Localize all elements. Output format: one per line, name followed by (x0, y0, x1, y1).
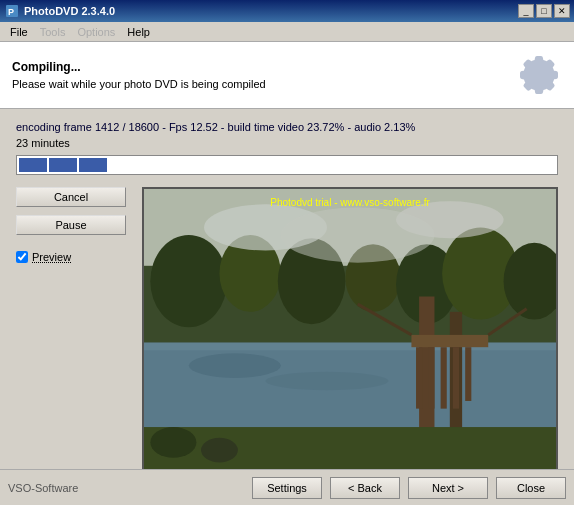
preview-checkbox[interactable] (16, 251, 28, 263)
maximize-button[interactable]: □ (536, 4, 552, 18)
pause-button[interactable]: Pause (16, 215, 126, 235)
progress-segment-1 (19, 158, 47, 172)
svg-rect-21 (453, 347, 459, 408)
header-text: Compiling... Please wait while your phot… (12, 60, 514, 90)
title-bar: P PhotoDVD 2.3.4.0 _ □ ✕ (0, 0, 574, 22)
progress-bar (16, 155, 558, 175)
next-button[interactable]: Next > (408, 477, 488, 499)
settings-button[interactable]: Settings (252, 477, 322, 499)
footer: VSO-Software Settings < Back Next > Clos… (0, 469, 574, 505)
menu-file[interactable]: File (4, 24, 34, 40)
svg-rect-17 (411, 335, 488, 347)
progress-segment-3 (79, 158, 107, 172)
svg-rect-19 (428, 347, 434, 408)
encoding-info: encoding frame 1412 / 18600 - Fps 12.52 … (16, 121, 558, 133)
svg-rect-22 (465, 347, 471, 401)
menu-help[interactable]: Help (121, 24, 156, 40)
left-controls: Cancel Pause Preview (16, 187, 126, 498)
preview-checkbox-container: Preview (16, 251, 126, 263)
window-controls: _ □ ✕ (518, 4, 570, 18)
svg-point-4 (150, 235, 227, 327)
preview-label[interactable]: Preview (32, 251, 71, 263)
header-subtitle: Please wait while your photo DVD is bein… (12, 78, 514, 90)
main-content: encoding frame 1412 / 18600 - Fps 12.52 … (0, 109, 574, 505)
window-title: PhotoDVD 2.3.4.0 (24, 5, 518, 17)
svg-point-14 (266, 372, 389, 390)
footer-brand: VSO-Software (8, 482, 88, 494)
svg-rect-20 (441, 347, 447, 408)
back-button[interactable]: < Back (330, 477, 400, 499)
menu-tools[interactable]: Tools (34, 24, 72, 40)
time-info: 23 minutes (16, 137, 558, 149)
preview-watermark: Photodvd trial - www.vso-software.fr (144, 197, 556, 208)
minimize-button[interactable]: _ (518, 4, 534, 18)
header-section: Compiling... Please wait while your phot… (0, 42, 574, 109)
action-area: Cancel Pause Preview Photodvd trial - ww… (16, 187, 558, 498)
svg-point-30 (281, 207, 435, 262)
menu-options[interactable]: Options (71, 24, 121, 40)
cancel-button[interactable]: Cancel (16, 187, 126, 207)
svg-point-13 (189, 353, 281, 378)
gear-icon (514, 50, 562, 100)
svg-text:P: P (8, 7, 14, 17)
svg-rect-18 (416, 347, 422, 408)
progress-segment-2 (49, 158, 77, 172)
menu-bar: File Tools Options Help (0, 22, 574, 42)
header-title: Compiling... (12, 60, 514, 74)
close-button[interactable]: Close (496, 477, 566, 499)
preview-scene (144, 189, 556, 496)
app-icon: P (4, 3, 20, 19)
svg-rect-12 (144, 343, 556, 351)
svg-point-27 (201, 438, 238, 463)
close-window-button[interactable]: ✕ (554, 4, 570, 18)
preview-image-area: Photodvd trial - www.vso-software.fr (142, 187, 558, 498)
svg-point-26 (150, 427, 196, 458)
